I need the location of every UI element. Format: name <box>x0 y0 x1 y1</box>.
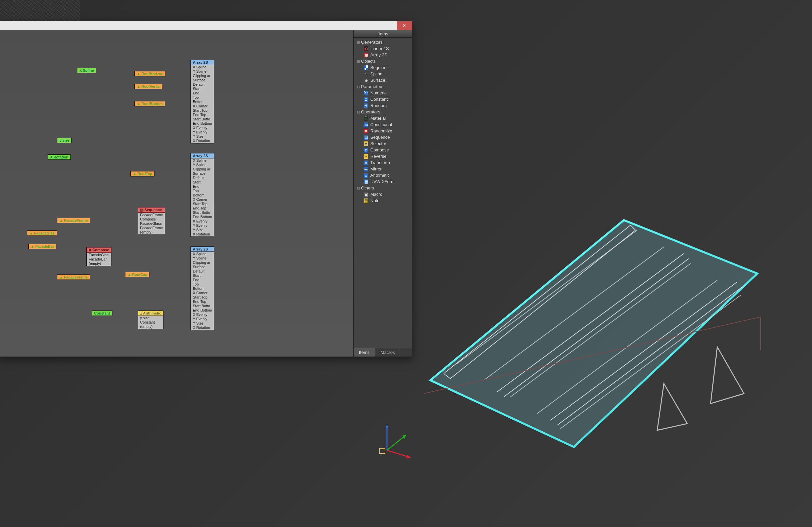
tab-macros[interactable]: Macros <box>375 348 401 356</box>
close-icon: × <box>403 23 406 29</box>
tab-items[interactable]: Items <box>353 348 375 356</box>
node-constant[interactable]: Constant <box>92 310 113 316</box>
items-panel: Items Generators◐Linear 1S▦Array 2SObjec… <box>353 30 412 356</box>
node-facade-glas[interactable]: ▲ FacadeGlas <box>27 231 57 236</box>
node-row: Start <box>191 87 214 91</box>
item-reverse[interactable]: ↔Reverse <box>355 153 412 159</box>
node-roof-cap[interactable]: ▲ RoofCap <box>125 272 150 277</box>
node-row: Y Evenly <box>191 130 214 134</box>
item-label: Arithmetic <box>370 173 390 178</box>
item-surface[interactable]: ◆Surface <box>355 77 412 83</box>
svg-marker-7 <box>386 424 388 428</box>
item-compose[interactable]: ⧉Compose <box>355 147 412 153</box>
item-random[interactable]: RRandom <box>355 102 412 109</box>
node-row: End Top <box>191 113 214 117</box>
item-note[interactable]: ▤Note <box>355 197 412 204</box>
node-row: FacadeFrame <box>138 226 165 230</box>
sequence-icon: ▤ <box>364 135 368 140</box>
item-label: Selector <box>370 141 386 146</box>
node-canvas[interactable]: X Spline y size X Rotation Constant ▲ Ro… <box>0 30 353 356</box>
node-facade-bar[interactable]: ▲ FacadeBar <box>28 244 56 249</box>
item-transform[interactable]: ⤧Transform <box>355 159 412 166</box>
node-row: Clipping ar <box>191 261 214 265</box>
item-material[interactable]: ⠿Material <box>355 115 412 121</box>
item-sequence[interactable]: ▤Sequence <box>355 134 412 141</box>
node-row: Start Top <box>191 202 214 206</box>
node-body: X SplineY SplineClipping arSurfaceDefaul… <box>190 252 214 330</box>
item-uvw-xform[interactable]: ▦UVW XForm <box>355 178 412 185</box>
category-others[interactable]: Others <box>355 185 412 191</box>
node-array-2s-2[interactable]: Array 2S X SplineY SplineClipping arSurf… <box>190 153 214 237</box>
node-row: X Rotation <box>191 325 214 330</box>
item-constant[interactable]: 2Constant <box>355 96 412 102</box>
node-x-rotation[interactable]: X Rotation <box>48 155 71 160</box>
node-roof-horizon[interactable]: ▲ RoofHorizon <box>134 71 166 76</box>
viewport-model[interactable] <box>417 207 767 480</box>
node-row: Surface <box>191 172 214 176</box>
category-parameters[interactable]: Parameters <box>355 83 412 90</box>
item-label: Spline <box>370 71 382 76</box>
window-close-button[interactable]: × <box>397 21 412 30</box>
conditional-icon: ▭ <box>364 122 368 127</box>
node-row: Y Size <box>191 134 214 139</box>
node-row: Start Top <box>191 295 214 299</box>
item-macro[interactable]: ▣Macro <box>355 191 412 197</box>
item-spline[interactable]: ∿Spline <box>355 71 412 77</box>
item-label: Surface <box>370 78 385 83</box>
node-row: Top <box>191 96 214 100</box>
category-operators[interactable]: Operators <box>355 109 412 115</box>
item-array-2s[interactable]: ▦Array 2S <box>355 52 412 58</box>
node-array-2s-3[interactable]: Array 2S X SplineY SplineClipping arSurf… <box>190 247 214 330</box>
material-icon: ⠿ <box>364 116 368 121</box>
node-row: X Rotation <box>191 232 214 236</box>
node-row: Start <box>191 180 214 185</box>
node-label: Constant <box>94 311 110 315</box>
node-row: X Evenly <box>191 126 214 130</box>
node-roof-top[interactable]: ▲ RoofTop <box>130 171 155 176</box>
node-row: X Rotation <box>191 139 214 143</box>
node-y-size[interactable]: y size <box>57 138 72 143</box>
node-arithmetic[interactable]: ± Arithmetic y sizeConstant(empty) <box>138 310 163 329</box>
node-row: (empty) <box>138 324 163 329</box>
item-label: Transform <box>370 160 390 165</box>
item-linear-1s[interactable]: ◐Linear 1S <box>355 45 412 52</box>
node-row: Y Evenly <box>191 223 214 228</box>
category-generators[interactable]: Generators <box>355 39 412 45</box>
node-row: Default <box>191 269 214 274</box>
node-row: Bottom <box>191 100 214 104</box>
item-conditional[interactable]: ▭Conditional <box>355 121 412 128</box>
item-selector[interactable]: ≣Selector <box>355 141 412 147</box>
item-arithmetic[interactable]: ±Arithmetic <box>355 172 412 178</box>
item-label: Random <box>370 103 387 108</box>
node-label: FacadeFrame <box>64 275 88 279</box>
node-array-2s-1[interactable]: Array 2S X SplineY SplineClipping arSurf… <box>190 60 214 143</box>
node-row: End <box>191 91 214 96</box>
node-row: Compose <box>138 217 165 221</box>
item-label: Compose <box>370 147 389 152</box>
item-label: Conditional <box>370 122 392 127</box>
item-label: UVW XForm <box>370 179 395 184</box>
node-sequence[interactable]: ▤ Sequence FacadeFrameComposeFacadeGlass… <box>138 207 165 235</box>
node-label: y size <box>59 138 69 143</box>
node-roof-bottom[interactable]: ▲ RoofBottom <box>134 101 165 106</box>
node-x-spline[interactable]: X Spline <box>77 68 96 73</box>
view-axis-gizmo[interactable] <box>374 420 414 460</box>
items-tree[interactable]: Generators◐Linear 1S▦Array 2SObjects▞Seg… <box>353 38 412 348</box>
node-roof-vertic[interactable]: ▲ RoofVertic <box>134 84 162 89</box>
numeric-icon: X² <box>364 91 368 96</box>
node-facade-frame-1[interactable]: ▲ FacadeFrame <box>57 218 90 223</box>
item-label: Sequence <box>370 135 390 140</box>
item-segment[interactable]: ▞Segment <box>355 64 412 71</box>
node-row: End <box>191 185 214 189</box>
node-facade-frame-2[interactable]: ▲ FacadeFrame <box>57 275 90 280</box>
item-numeric[interactable]: X²Numeric <box>355 90 412 96</box>
compose-icon: ⧉ <box>364 148 368 152</box>
node-label: X Spline <box>79 68 94 72</box>
node-compose[interactable]: ⧉ Compose FacadeGlasFacadeBar(empty) <box>86 247 112 266</box>
item-randomize[interactable]: ✱Randomize <box>355 128 412 134</box>
window-titlebar[interactable]: × <box>0 21 412 30</box>
item-mirror[interactable]: ⇋Mirror <box>355 166 412 172</box>
category-objects[interactable]: Objects <box>355 58 412 64</box>
reverse-icon: ↔ <box>364 154 368 159</box>
node-row: Top <box>191 282 214 287</box>
